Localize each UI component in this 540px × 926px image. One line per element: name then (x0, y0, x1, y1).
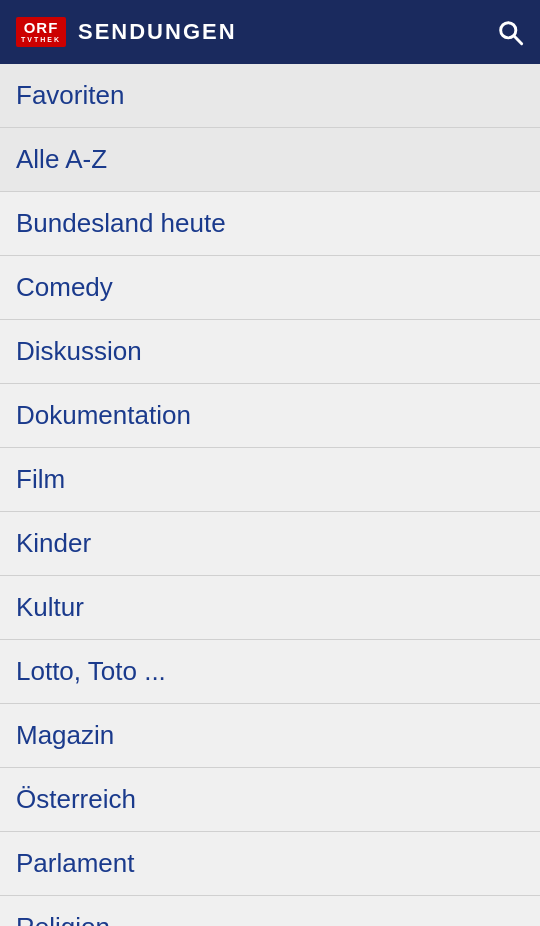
menu-item-label-kinder: Kinder (16, 528, 91, 559)
menu-item-label-bundesland-heute: Bundesland heute (16, 208, 226, 239)
menu-item-diskussion[interactable]: Diskussion (0, 320, 540, 384)
menu-item-label-favoriten: Favoriten (16, 80, 124, 111)
menu-item-label-religion: Religion (16, 912, 110, 926)
menu-item-religion[interactable]: Religion (0, 896, 540, 926)
page-title: SENDUNGEN (78, 19, 237, 45)
menu-item-alle-az[interactable]: Alle A-Z (0, 128, 540, 192)
menu-item-kultur[interactable]: Kultur (0, 576, 540, 640)
menu-item-label-dokumentation: Dokumentation (16, 400, 191, 431)
search-button[interactable] (496, 18, 524, 46)
menu-item-label-film: Film (16, 464, 65, 495)
search-icon (496, 18, 524, 46)
menu-item-label-oesterreich: Österreich (16, 784, 136, 815)
header-left: ORF TVTHEK SENDUNGEN (16, 17, 237, 47)
menu-item-lotto-toto[interactable]: Lotto, Toto ... (0, 640, 540, 704)
menu-item-magazin[interactable]: Magazin (0, 704, 540, 768)
svg-line-1 (514, 36, 522, 44)
menu-item-dokumentation[interactable]: Dokumentation (0, 384, 540, 448)
app-header: ORF TVTHEK SENDUNGEN (0, 0, 540, 64)
menu-item-label-parlament: Parlament (16, 848, 135, 879)
tvthek-logo-text: TVTHEK (21, 36, 61, 44)
menu-item-label-lotto-toto: Lotto, Toto ... (16, 656, 166, 687)
orf-logo: ORF TVTHEK (16, 17, 66, 47)
orf-logo-text: ORF (24, 20, 59, 37)
menu-item-label-comedy: Comedy (16, 272, 113, 303)
menu-item-label-kultur: Kultur (16, 592, 84, 623)
menu-item-label-magazin: Magazin (16, 720, 114, 751)
menu-item-oesterreich[interactable]: Österreich (0, 768, 540, 832)
menu-item-film[interactable]: Film (0, 448, 540, 512)
menu-item-parlament[interactable]: Parlament (0, 832, 540, 896)
menu-item-label-alle-az: Alle A-Z (16, 144, 107, 175)
menu-item-favoriten[interactable]: Favoriten (0, 64, 540, 128)
menu-item-bundesland-heute[interactable]: Bundesland heute (0, 192, 540, 256)
category-menu: FavoritenAlle A-ZBundesland heuteComedyD… (0, 64, 540, 926)
menu-item-comedy[interactable]: Comedy (0, 256, 540, 320)
menu-item-label-diskussion: Diskussion (16, 336, 142, 367)
menu-item-kinder[interactable]: Kinder (0, 512, 540, 576)
